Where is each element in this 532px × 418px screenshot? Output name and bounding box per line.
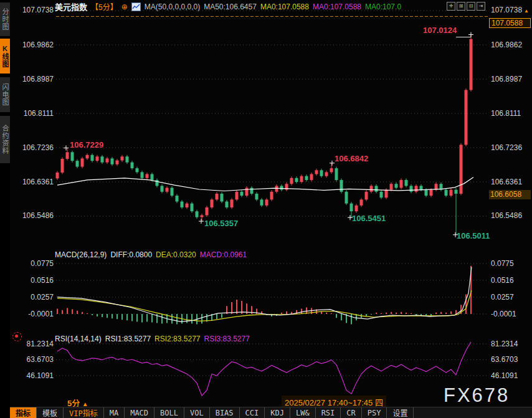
ma50-value: MA50:106.6457 <box>204 2 257 11</box>
macd-axis-right-tick: 0.0516 <box>491 276 514 285</box>
tab-vip-indicator[interactable]: VIP指标 <box>64 407 104 418</box>
tab-cci[interactable]: CCI <box>240 407 265 418</box>
low-annotation: 106.5011 <box>457 231 490 240</box>
collapse-panel-icon[interactable]: ⇥ <box>477 2 485 11</box>
tab-indicator[interactable]: 指标 <box>10 407 37 418</box>
tab-cr[interactable]: CR <box>341 407 361 418</box>
main-axis-left-tick: 106.8111 <box>14 109 54 118</box>
rsi-axis-left-tick: 46.1091 <box>14 371 54 380</box>
macd-axis-left-tick: -0.0001 <box>14 310 54 318</box>
tab-bias[interactable]: BIAS <box>210 407 240 418</box>
low-annotation: 106.5451 <box>352 214 386 223</box>
main-axis-right-tick: 106.7236 <box>491 143 522 152</box>
ma0-magenta-value: MA0:107.0588 <box>313 2 361 11</box>
tab-rsi[interactable]: RSI <box>316 407 341 418</box>
ma0-green-value: MA0:107.0 <box>365 2 401 11</box>
main-axis-left-tick: 106.6361 <box>14 178 54 186</box>
prev-close-box: 106.6058 <box>489 190 531 199</box>
main-axis-right-tick: 106.6361 <box>491 178 522 186</box>
diff-value: DIFF:0.0800 <box>110 250 152 259</box>
dea-value: DEA:0.0320 <box>156 250 196 259</box>
rsi-panel-header: RSI(14,14,14) RSI1:83.5277 RSI2:83.5277 … <box>55 335 254 343</box>
macd-axis-right-tick: -0.0001 <box>491 310 516 318</box>
tab-kdj[interactable]: KDJ <box>265 407 290 418</box>
ma-settings-label: MA(50,0,0,0,0,0) <box>145 2 200 11</box>
high-annotation: 106.7229 <box>70 140 103 150</box>
kline-app-window: 分时图 K线图 闪电图 合约资料 美元指数 【5分】 ⊕ MA(50,0,0,0… <box>0 0 532 418</box>
rsi3-value: RSI3:83.5277 <box>204 335 250 343</box>
rsi-axis-left-tick: 81.2314 <box>14 340 54 348</box>
sidebar-tab-timeshare[interactable]: 分时图 <box>0 2 10 36</box>
tab-vol[interactable]: VOL <box>184 407 210 418</box>
chart-canvas[interactable] <box>0 0 532 418</box>
rsi-axis-right-tick: 63.6703 <box>491 355 518 364</box>
chart-thumbnail-icon[interactable] <box>131 2 141 11</box>
tab-boll[interactable]: BOLL <box>154 407 184 418</box>
sidebar-tab-lightning[interactable]: 闪电图 <box>0 77 10 112</box>
macd-panel-header: MACD(26,12,9) DIFF:0.0800 DEA:0.0320 MAC… <box>55 250 250 259</box>
macd-axis-right-tick: 0.0257 <box>491 293 514 302</box>
overlay-window-icon[interactable]: ⊞ <box>457 2 465 11</box>
tab-psy[interactable]: PSY <box>362 407 387 418</box>
main-axis-right-tick: 106.5486 <box>491 211 522 220</box>
high-annotation: 106.6842 <box>335 154 368 163</box>
tab-ma[interactable]: MA <box>104 407 125 418</box>
indicator-window-icon[interactable]: ⊟ <box>467 2 475 11</box>
ma0-yellow-value: MA0:107.0588 <box>260 2 309 11</box>
sidebar-tab-contract-info[interactable]: 合约资料 <box>0 116 10 163</box>
main-axis-left-tick: 106.9862 <box>14 40 54 49</box>
current-price-box: 107.0588 <box>489 18 531 28</box>
tab-template[interactable]: 模板 <box>37 407 64 418</box>
main-axis-right-tick: 106.8987 <box>491 75 522 83</box>
rsi-name: RSI(14,14,14) <box>55 335 102 343</box>
macd-name: MACD(26,12,9) <box>55 250 107 259</box>
add-indicator-icon[interactable]: ⊕ <box>121 2 128 11</box>
symbol-title: 美元指数 <box>55 1 87 12</box>
rsi1-value: RSI1:83.5277 <box>105 335 151 343</box>
brand-watermark: FX678 <box>444 384 510 407</box>
rsi-axis-right-tick: 81.2314 <box>491 340 518 348</box>
main-axis-right-tick: 106.8111 <box>491 109 521 118</box>
rsi2-value: RSI2:83.5277 <box>154 335 200 343</box>
macd-value: MACD:0.0961 <box>200 250 247 259</box>
main-axis-left-tick: 107.0738 <box>14 6 54 14</box>
rsi-axis-right-tick: 46.1091 <box>491 371 518 380</box>
indicator-tabbar: 指标 模板 VIP指标 MA MACD BOLL VOL BIAS CCI KD… <box>10 407 532 418</box>
macd-axis-left-tick: 0.0516 <box>14 276 54 285</box>
tab-macd[interactable]: MACD <box>125 407 154 418</box>
period-badge[interactable]: 【5分】 <box>91 1 118 12</box>
chart-window-controls: ✛ ⊞ ⊟ ⇥ <box>447 2 485 11</box>
main-chart-header: 美元指数 【5分】 ⊕ MA(50,0,0,0,0,0) MA50:106.64… <box>55 1 405 12</box>
pan-icon[interactable]: ✛ <box>447 2 455 11</box>
rsi-axis-left-tick: 63.6703 <box>14 355 54 364</box>
macd-axis-left-tick: 0.0257 <box>14 293 54 302</box>
macd-axis-left-tick: 0.0775 <box>14 259 54 268</box>
main-axis-right-tick: 106.9862 <box>491 40 522 49</box>
left-sidebar: 分时图 K线图 闪电图 合约资料 <box>0 0 10 418</box>
price-up-arrow-icon: ▲ <box>524 8 529 14</box>
low-annotation: 106.5357 <box>204 219 238 228</box>
macd-axis-right-tick: 0.0775 <box>491 259 514 268</box>
tab-settings[interactable]: 设置 <box>387 407 414 418</box>
high-annotation: 107.0124 <box>423 26 457 35</box>
main-axis-left-tick: 106.7236 <box>14 143 54 152</box>
main-axis-left-tick: 106.8987 <box>14 75 54 83</box>
main-axis-left-tick: 106.5486 <box>14 211 54 220</box>
main-axis-right-tick: 107.0738▲ <box>491 6 529 14</box>
tab-lw[interactable]: LW& <box>290 407 316 418</box>
sidebar-tab-kline[interactable]: K线图 <box>0 39 10 74</box>
